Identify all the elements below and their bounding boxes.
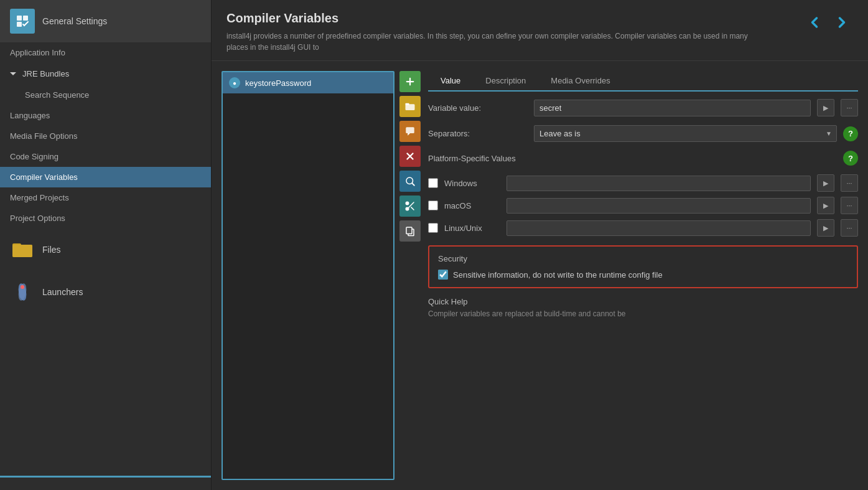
tab-description[interactable]: Description xyxy=(473,71,538,92)
jre-bundles-triangle-icon xyxy=(10,72,16,75)
linux-input[interactable] xyxy=(506,220,811,236)
platform-section: Windows ▶ ··· macOS ▶ ··· xyxy=(428,174,858,237)
toolbar xyxy=(399,71,421,480)
sidebar-item-search-sequence[interactable]: Search Sequence xyxy=(0,85,211,105)
files-label: Files xyxy=(42,245,61,255)
sidebar-item-languages[interactable]: Languages xyxy=(0,105,211,126)
main-header-left: Compiler Variables install4j provides a … xyxy=(226,11,762,53)
code-signing-label: Code Signing xyxy=(10,152,58,161)
quick-help-title: Quick Help xyxy=(428,297,858,306)
macos-checkbox[interactable] xyxy=(428,200,438,210)
sidebar-item-media-file-options[interactable]: Media File Options xyxy=(0,126,211,146)
main-body: ● keystorePassword xyxy=(212,61,868,490)
separators-label: Separators: xyxy=(428,129,528,138)
quick-help-text: Compiler variables are replaced at build… xyxy=(428,309,858,319)
macos-label: macOS xyxy=(444,201,500,210)
svg-rect-0 xyxy=(17,16,22,21)
sidebar-item-merged-projects[interactable]: Merged Projects xyxy=(0,187,211,208)
security-section: Security Sensitive information, do not w… xyxy=(428,245,858,288)
sidebar-item-general-settings[interactable]: General Settings xyxy=(0,0,211,42)
security-checkbox-label: Sensitive information, do not write to t… xyxy=(453,270,663,280)
delete-button[interactable] xyxy=(399,146,421,167)
list-item[interactable]: ● keystorePassword xyxy=(223,72,393,93)
variable-panel: ● keystorePassword xyxy=(222,71,421,480)
sidebar-item-jre-bundles[interactable]: JRE Bundles xyxy=(0,63,211,85)
linux-checkbox[interactable] xyxy=(428,223,438,233)
platform-help-icon[interactable]: ? xyxy=(843,151,858,166)
svg-rect-14 xyxy=(406,127,414,133)
svg-rect-1 xyxy=(23,16,28,21)
copy-button[interactable] xyxy=(399,220,421,242)
svg-point-21 xyxy=(406,202,409,205)
cut-button[interactable] xyxy=(399,196,421,217)
linux-more-btn[interactable]: ··· xyxy=(841,219,858,237)
security-row: Sensitive information, do not write to t… xyxy=(438,270,848,280)
svg-rect-5 xyxy=(12,245,32,257)
quick-help-section: Quick Help Compiler variables are replac… xyxy=(428,297,858,319)
svg-marker-15 xyxy=(408,133,410,136)
variable-value-input[interactable] xyxy=(534,100,811,116)
search-sequence-label: Search Sequence xyxy=(25,90,89,100)
sidebar-bottom-strip xyxy=(0,476,211,478)
platform-specific-label: Platform-Specific Values xyxy=(428,154,516,163)
search-button[interactable] xyxy=(399,171,421,192)
page-title: Compiler Variables xyxy=(226,11,762,26)
sidebar-item-code-signing[interactable]: Code Signing xyxy=(0,146,211,167)
var-name: keystorePassword xyxy=(245,78,311,88)
comment-button[interactable] xyxy=(399,121,421,142)
variable-value-arrow-btn[interactable]: ▶ xyxy=(817,99,834,116)
svg-line-19 xyxy=(412,183,414,185)
header-description: install4j provides a number of predefine… xyxy=(226,31,762,53)
security-title: Security xyxy=(438,254,848,263)
linux-arrow-btn[interactable]: ▶ xyxy=(817,219,834,237)
sidebar-item-files[interactable]: Files xyxy=(0,229,211,271)
sidebar-item-launchers[interactable]: Launchers xyxy=(0,271,211,313)
launchers-icon xyxy=(10,280,35,304)
separators-help-icon[interactable]: ? xyxy=(843,126,858,141)
windows-more-btn[interactable]: ··· xyxy=(841,174,858,192)
jre-bundles-label: JRE Bundles xyxy=(22,69,69,78)
sidebar: General Settings Application Info JRE Bu… xyxy=(0,0,212,490)
variable-list: ● keystorePassword xyxy=(222,71,394,480)
form-area: Variable value: ▶ ··· Separators: Leave … xyxy=(428,99,858,480)
tab-value[interactable]: Value xyxy=(428,71,473,92)
launchers-label: Launchers xyxy=(42,287,83,297)
svg-point-9 xyxy=(21,285,24,289)
windows-input[interactable] xyxy=(506,176,811,191)
svg-line-23 xyxy=(411,207,414,210)
tabs-row: Value Description Media Overrides xyxy=(428,71,858,92)
project-options-label: Project Options xyxy=(10,214,65,223)
platform-specific-section-title: Platform-Specific Values ? xyxy=(428,151,858,166)
sidebar-general-settings-label: General Settings xyxy=(42,16,107,26)
macos-arrow-btn[interactable]: ▶ xyxy=(817,197,834,214)
windows-checkbox[interactable] xyxy=(428,178,438,188)
back-button[interactable] xyxy=(803,11,826,35)
folder-button[interactable] xyxy=(399,96,421,117)
separators-select[interactable]: Leave as is Unix style Windows style xyxy=(534,125,837,142)
languages-label: Languages xyxy=(10,111,50,120)
add-button[interactable] xyxy=(399,71,421,92)
application-info-label: Application Info xyxy=(10,48,65,57)
main-header: Compiler Variables install4j provides a … xyxy=(212,0,868,61)
sidebar-item-project-options[interactable]: Project Options xyxy=(0,208,211,229)
svg-rect-25 xyxy=(406,227,412,234)
macos-input[interactable] xyxy=(506,198,811,214)
security-checkbox[interactable] xyxy=(438,270,448,280)
platform-row-linux: Linux/Unix ▶ ··· xyxy=(428,219,858,237)
separators-row: Separators: Leave as is Unix style Windo… xyxy=(428,125,858,142)
sidebar-item-compiler-variables[interactable]: Compiler Variables xyxy=(0,167,211,187)
macos-more-btn[interactable]: ··· xyxy=(841,197,858,214)
variable-value-more-btn[interactable]: ··· xyxy=(841,99,858,116)
forward-button[interactable] xyxy=(831,11,853,35)
variable-value-label: Variable value: xyxy=(428,103,528,113)
tab-media-overrides[interactable]: Media Overrides xyxy=(538,71,622,92)
sidebar-item-application-info[interactable]: Application Info xyxy=(0,42,211,63)
svg-rect-13 xyxy=(406,103,409,105)
svg-rect-2 xyxy=(17,22,22,27)
media-file-options-label: Media File Options xyxy=(10,131,77,141)
variable-value-row: Variable value: ▶ ··· xyxy=(428,99,858,116)
windows-label: Windows xyxy=(444,179,500,188)
platform-row-windows: Windows ▶ ··· xyxy=(428,174,858,192)
right-panel: Value Description Media Overrides Variab… xyxy=(428,71,858,480)
windows-arrow-btn[interactable]: ▶ xyxy=(817,174,834,192)
